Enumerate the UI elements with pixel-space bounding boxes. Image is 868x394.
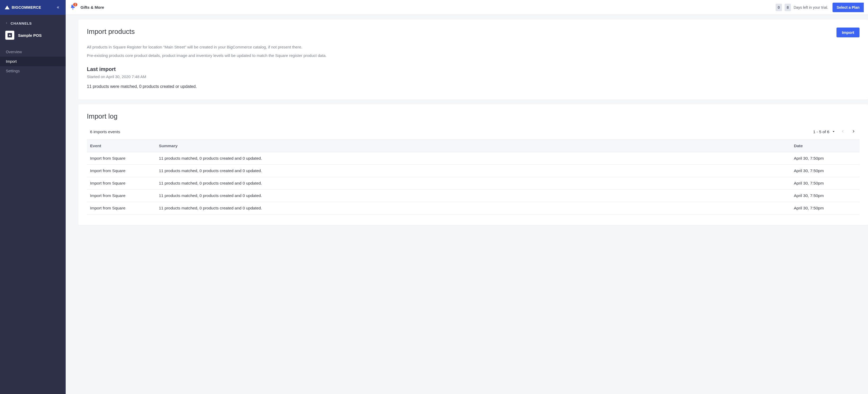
col-summary: Summary <box>156 140 791 152</box>
cell-event: Import from Square <box>87 202 156 214</box>
import-desc-1: All products in Square Register for loca… <box>87 44 860 51</box>
cell-date: April 30, 7:50pm <box>791 190 860 202</box>
table-row: Import from Square11 products matched, 0… <box>87 165 860 177</box>
log-controls: 6 imports events 1 - 5 of 6 <box>87 128 860 140</box>
brand-text: BIGCOMMERCE <box>12 5 41 9</box>
sidebar-app[interactable]: Sample POS <box>0 30 66 45</box>
trial-digit-2: 8 <box>784 4 791 11</box>
sidebar-header: BIGCOMMERCE <box>0 0 66 15</box>
import-products-title: Import products <box>87 28 135 36</box>
caret-down-icon <box>832 129 835 134</box>
table-row: Import from Square11 products matched, 0… <box>87 152 860 165</box>
cell-date: April 30, 7:50pm <box>791 165 860 177</box>
pager-range-dropdown[interactable]: 1 - 5 of 6 <box>813 129 835 134</box>
cell-summary: 11 products matched, 0 products created … <box>156 152 791 165</box>
events-count: 6 imports events <box>90 129 120 134</box>
pager-prev-button[interactable] <box>840 128 846 135</box>
collapse-sidebar-button[interactable] <box>54 4 61 11</box>
import-desc-2: Pre-existing products core product detai… <box>87 52 860 59</box>
cell-summary: 11 products matched, 0 products created … <box>156 177 791 190</box>
import-log-table: Event Summary Date Import from Square11 … <box>87 140 860 214</box>
cell-date: April 30, 7:50pm <box>791 202 860 214</box>
select-plan-button[interactable]: Select a Plan <box>833 3 864 12</box>
chevron-left-icon <box>5 21 8 25</box>
topbar: 2 Gifts & More 0 8 Days left in your tri… <box>66 0 868 15</box>
col-event: Event <box>87 140 156 152</box>
cell-event: Import from Square <box>87 177 156 190</box>
cell-date: April 30, 7:50pm <box>791 152 860 165</box>
sidebar-app-name: Sample POS <box>18 33 41 38</box>
import-log-title: Import log <box>87 112 860 120</box>
import-button[interactable]: Import <box>836 28 860 37</box>
cell-event: Import from Square <box>87 190 156 202</box>
last-import-started: Started on April 30, 2020 7:48 AM <box>87 74 860 79</box>
cell-event: Import from Square <box>87 165 156 177</box>
notifications-button[interactable]: 2 <box>70 4 76 10</box>
trial-text: Days left in your trial. <box>794 5 828 9</box>
sidebar-section-label: CHANNELS <box>10 22 32 25</box>
cell-summary: 11 products matched, 0 products created … <box>156 202 791 214</box>
table-row: Import from Square11 products matched, 0… <box>87 202 860 214</box>
store-name: Gifts & More <box>81 5 104 9</box>
import-log-card: Import log 6 imports events 1 - 5 of 6 <box>79 104 868 225</box>
last-import-summary: 11 products were matched, 0 products cre… <box>87 84 860 89</box>
sidebar: BIGCOMMERCE CHANNELS <box>0 0 66 394</box>
nav-overview[interactable]: Overview <box>0 47 66 57</box>
pager-next-button[interactable] <box>850 128 856 135</box>
table-row: Import from Square11 products matched, 0… <box>87 190 860 202</box>
col-date: Date <box>791 140 860 152</box>
cell-date: April 30, 7:50pm <box>791 177 860 190</box>
pager: 1 - 5 of 6 <box>813 128 856 135</box>
sidebar-nav: Overview Import Settings <box>0 47 66 76</box>
pager-range-label: 1 - 5 of 6 <box>813 129 829 134</box>
nav-settings[interactable]: Settings <box>0 66 66 76</box>
app-icon <box>5 31 14 40</box>
content: Import products Import All products in S… <box>66 15 868 394</box>
brand-logo[interactable]: BIGCOMMERCE <box>4 4 41 10</box>
sidebar-section-channels[interactable]: CHANNELS <box>0 15 66 30</box>
last-import-heading: Last import <box>87 66 860 72</box>
cell-summary: 11 products matched, 0 products created … <box>156 190 791 202</box>
table-row: Import from Square11 products matched, 0… <box>87 177 860 190</box>
cell-event: Import from Square <box>87 152 156 165</box>
trial-digit-1: 0 <box>776 4 782 11</box>
cell-summary: 11 products matched, 0 products created … <box>156 165 791 177</box>
import-products-card: Import products Import All products in S… <box>79 20 868 99</box>
notification-badge: 2 <box>72 2 78 7</box>
nav-import[interactable]: Import <box>0 57 66 66</box>
